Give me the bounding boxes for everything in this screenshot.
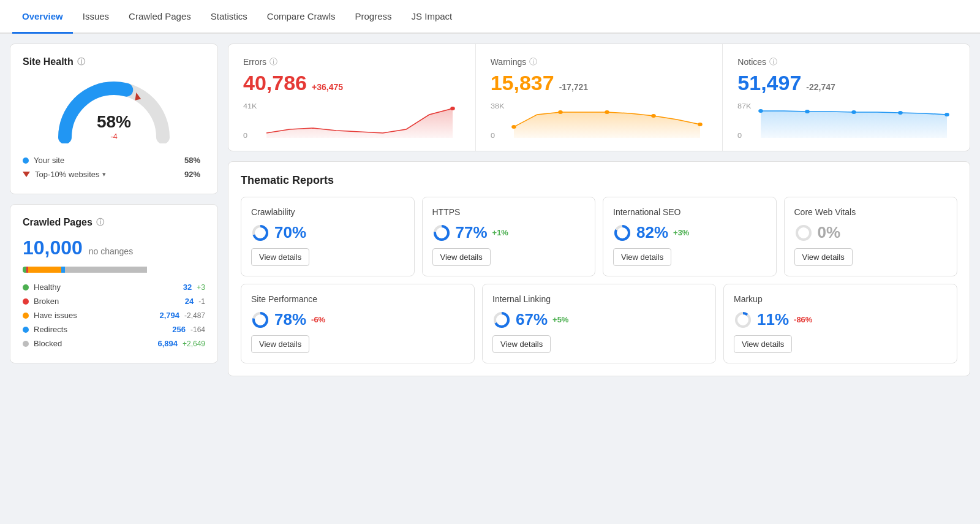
https-view-details[interactable]: View details bbox=[432, 248, 491, 266]
notices-metric: Notices ⓘ 51,497 -22,747 87K 0 bbox=[723, 44, 970, 151]
main-content: Site Health ⓘ 58% -4 bbox=[0, 34, 980, 524]
issues-dot bbox=[23, 313, 29, 319]
crawled-count: 10,000 bbox=[23, 237, 83, 259]
nav-item-compare-crawls[interactable]: Compare Crawls bbox=[257, 0, 345, 34]
right-panel: Errors ⓘ 40,786 +36,475 41K 0 bbox=[228, 44, 970, 514]
svg-point-8 bbox=[511, 125, 516, 129]
nav-item-statistics[interactable]: Statistics bbox=[201, 0, 257, 34]
gauge-svg-wrap: 58% -4 bbox=[53, 76, 175, 143]
report-internal-linking: Internal Linking 67% +5% View details bbox=[482, 284, 716, 363]
svg-point-20 bbox=[945, 113, 950, 116]
legend-redirects: Redirects 256 -164 bbox=[23, 322, 205, 336]
nav-item-progress[interactable]: Progress bbox=[345, 0, 402, 34]
https-donut bbox=[432, 224, 451, 242]
svg-marker-3 bbox=[266, 108, 453, 138]
chevron-down-icon[interactable]: ▾ bbox=[102, 170, 106, 178]
notices-delta: -22,747 bbox=[806, 82, 835, 92]
svg-text:0: 0 bbox=[491, 132, 495, 139]
internal-linking-donut bbox=[492, 311, 511, 329]
metrics-row: Errors ⓘ 40,786 +36,475 41K 0 bbox=[228, 44, 970, 151]
errors-metric: Errors ⓘ 40,786 +36,475 41K 0 bbox=[228, 44, 476, 151]
report-international-seo: International SEO 82% +3% View details bbox=[603, 197, 777, 276]
international-seo-view-details[interactable]: View details bbox=[613, 248, 671, 266]
svg-point-27 bbox=[797, 226, 810, 240]
site-health-info-icon[interactable]: ⓘ bbox=[77, 56, 85, 67]
your-site-dot bbox=[23, 158, 29, 164]
gauge-chart: 58% -4 bbox=[23, 76, 205, 143]
report-https: HTTPS 77% +1% View details bbox=[422, 197, 596, 276]
redirects-dot bbox=[23, 327, 29, 333]
crawled-no-change: no changes bbox=[89, 246, 133, 256]
report-core-web-vitals: Core Web Vitals 0% View details bbox=[784, 197, 958, 276]
site-health-card: Site Health ⓘ 58% -4 bbox=[10, 44, 218, 194]
warnings-delta: -17,721 bbox=[559, 82, 588, 92]
notices-value-row: 51,497 -22,747 bbox=[737, 71, 955, 95]
reports-row-2: Site Performance 78% -6% View details In… bbox=[241, 284, 957, 363]
navigation: Overview Issues Crawled Pages Statistics… bbox=[0, 0, 980, 34]
warnings-info-icon[interactable]: ⓘ bbox=[529, 56, 537, 67]
top10-triangle bbox=[23, 172, 30, 177]
svg-point-17 bbox=[805, 110, 810, 113]
thematic-reports-title: Thematic Reports bbox=[241, 174, 957, 187]
notices-chart: 87K 0 bbox=[737, 102, 955, 139]
legend-your-site: Your site 58% bbox=[23, 153, 205, 167]
site-performance-view-details[interactable]: View details bbox=[251, 335, 309, 353]
healthy-dot bbox=[23, 284, 29, 290]
svg-point-16 bbox=[759, 109, 764, 113]
errors-chart: 41K 0 bbox=[243, 102, 461, 139]
notices-info-icon[interactable]: ⓘ bbox=[769, 56, 777, 67]
svg-text:0: 0 bbox=[243, 132, 247, 139]
svg-point-19 bbox=[899, 111, 903, 115]
nav-item-issues[interactable]: Issues bbox=[73, 0, 119, 34]
legend-top10: Top-10% websites ▾ 92% bbox=[23, 167, 205, 181]
broken-dot bbox=[23, 298, 29, 305]
nav-item-crawled-pages[interactable]: Crawled Pages bbox=[119, 0, 201, 34]
svg-point-12 bbox=[698, 123, 703, 126]
warnings-metric: Warnings ⓘ 15,837 -17,721 38K 0 bbox=[476, 44, 723, 151]
report-markup: Markup 11% -86% View details bbox=[723, 284, 957, 363]
errors-delta: +36,475 bbox=[312, 82, 343, 92]
markup-view-details[interactable]: View details bbox=[734, 335, 792, 353]
crawlability-view-details[interactable]: View details bbox=[251, 248, 309, 266]
thematic-reports: Thematic Reports Crawlability 70% View d… bbox=[228, 161, 970, 376]
warnings-value: 15,837 bbox=[491, 71, 554, 95]
svg-text:41K: 41K bbox=[243, 103, 257, 110]
notices-value: 51,497 bbox=[737, 71, 801, 95]
warnings-value-row: 15,837 -17,721 bbox=[491, 71, 708, 95]
svg-marker-7 bbox=[514, 112, 700, 138]
errors-label: Errors ⓘ bbox=[243, 56, 461, 67]
errors-value-row: 40,786 +36,475 bbox=[243, 71, 461, 95]
core-web-vitals-view-details[interactable]: View details bbox=[794, 248, 853, 266]
warnings-label: Warnings ⓘ bbox=[491, 56, 708, 67]
site-health-title: Site Health ⓘ bbox=[23, 56, 205, 67]
svg-point-10 bbox=[605, 110, 609, 114]
left-panel: Site Health ⓘ 58% -4 bbox=[10, 44, 218, 514]
crawled-pages-title: Crawled Pages ⓘ bbox=[23, 217, 205, 228]
legend-blocked: Blocked 6,894 +2,649 bbox=[23, 336, 205, 351]
svg-text:38K: 38K bbox=[491, 103, 505, 110]
pb-blocked bbox=[65, 267, 147, 273]
reports-row-1: Crawlability 70% View details HTTPS bbox=[241, 197, 957, 276]
core-web-vitals-donut bbox=[794, 224, 813, 242]
nav-item-overview[interactable]: Overview bbox=[12, 0, 73, 34]
warnings-chart: 38K 0 bbox=[491, 102, 708, 139]
markup-donut bbox=[734, 311, 752, 329]
svg-point-32 bbox=[736, 313, 750, 327]
gauge-value: 58% -4 bbox=[97, 112, 131, 141]
international-seo-donut bbox=[613, 224, 631, 242]
internal-linking-view-details[interactable]: View details bbox=[492, 335, 551, 353]
nav-item-js-impact[interactable]: JS Impact bbox=[402, 0, 462, 34]
report-crawlability: Crawlability 70% View details bbox=[241, 197, 415, 276]
notices-label: Notices ⓘ bbox=[737, 56, 955, 67]
svg-point-11 bbox=[651, 114, 656, 118]
svg-text:87K: 87K bbox=[737, 103, 752, 110]
crawlability-donut bbox=[251, 224, 270, 242]
legend-broken: Broken 24 -1 bbox=[23, 294, 205, 308]
crawled-pages-card: Crawled Pages ⓘ 10,000 no changes Health… bbox=[10, 204, 218, 363]
svg-text:0: 0 bbox=[737, 132, 742, 139]
crawled-pages-info-icon[interactable]: ⓘ bbox=[96, 217, 104, 228]
errors-info-icon[interactable]: ⓘ bbox=[270, 56, 277, 67]
legend-healthy: Healthy 32 +3 bbox=[23, 280, 205, 294]
crawled-progress-bar bbox=[23, 267, 205, 273]
svg-point-4 bbox=[450, 107, 455, 110]
